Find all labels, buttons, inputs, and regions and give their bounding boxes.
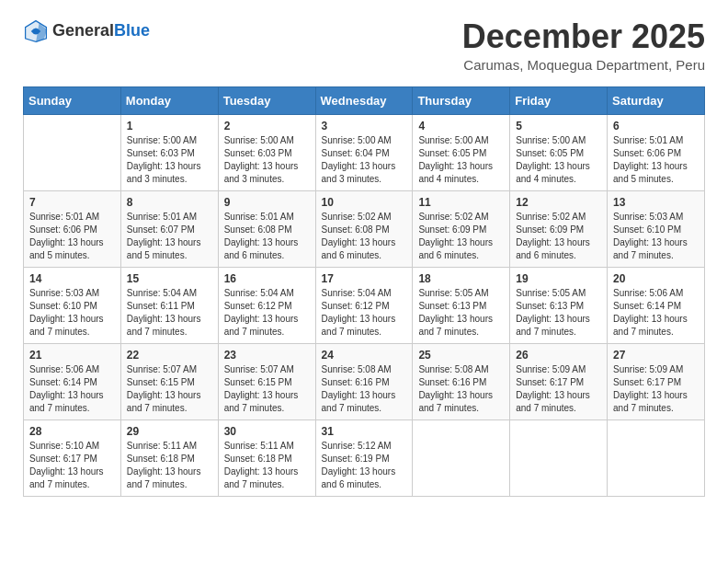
calendar-cell: 22Sunrise: 5:07 AM Sunset: 6:15 PM Dayli…	[120, 343, 218, 419]
calendar-cell	[510, 419, 608, 496]
calendar-cell: 29Sunrise: 5:11 AM Sunset: 6:18 PM Dayli…	[120, 419, 218, 496]
calendar-cell: 4Sunrise: 5:00 AM Sunset: 6:05 PM Daylig…	[413, 114, 510, 190]
day-info: Sunrise: 5:11 AM Sunset: 6:18 PM Dayligh…	[127, 440, 212, 491]
calendar-cell: 6Sunrise: 5:01 AM Sunset: 6:06 PM Daylig…	[608, 114, 705, 190]
day-number: 29	[127, 425, 212, 438]
calendar-cell: 8Sunrise: 5:01 AM Sunset: 6:07 PM Daylig…	[120, 190, 218, 267]
calendar-cell: 25Sunrise: 5:08 AM Sunset: 6:16 PM Dayli…	[413, 343, 510, 419]
calendar-cell: 27Sunrise: 5:09 AM Sunset: 6:17 PM Dayli…	[608, 343, 705, 419]
calendar-cell: 17Sunrise: 5:04 AM Sunset: 6:12 PM Dayli…	[315, 267, 413, 343]
day-number: 31	[322, 425, 407, 438]
day-info: Sunrise: 5:01 AM Sunset: 6:07 PM Dayligh…	[127, 211, 212, 262]
calendar-cell: 2Sunrise: 5:00 AM Sunset: 6:03 PM Daylig…	[218, 114, 315, 190]
calendar-cell: 11Sunrise: 5:02 AM Sunset: 6:09 PM Dayli…	[413, 190, 510, 267]
calendar-week-row: 14Sunrise: 5:03 AM Sunset: 6:10 PM Dayli…	[24, 267, 705, 343]
day-number: 16	[224, 272, 310, 285]
day-info: Sunrise: 5:05 AM Sunset: 6:13 PM Dayligh…	[418, 287, 504, 339]
calendar-cell: 23Sunrise: 5:07 AM Sunset: 6:15 PM Dayli…	[218, 343, 315, 419]
weekday-header: Wednesday	[315, 86, 413, 114]
day-info: Sunrise: 5:08 AM Sunset: 6:16 PM Dayligh…	[322, 363, 407, 415]
calendar-cell: 7Sunrise: 5:01 AM Sunset: 6:06 PM Daylig…	[24, 190, 121, 267]
generalblue-icon	[23, 18, 49, 44]
calendar-cell: 20Sunrise: 5:06 AM Sunset: 6:14 PM Dayli…	[608, 267, 705, 343]
day-info: Sunrise: 5:02 AM Sunset: 6:09 PM Dayligh…	[418, 211, 504, 262]
logo-blue-text: Blue	[114, 21, 150, 40]
day-info: Sunrise: 5:03 AM Sunset: 6:10 PM Dayligh…	[613, 211, 699, 262]
calendar-cell: 28Sunrise: 5:10 AM Sunset: 6:17 PM Dayli…	[24, 419, 121, 496]
day-info: Sunrise: 5:10 AM Sunset: 6:17 PM Dayligh…	[29, 440, 115, 491]
day-info: Sunrise: 5:00 AM Sunset: 6:03 PM Dayligh…	[127, 134, 212, 186]
day-number: 26	[516, 349, 601, 362]
calendar-cell: 18Sunrise: 5:05 AM Sunset: 6:13 PM Dayli…	[413, 267, 510, 343]
day-info: Sunrise: 5:03 AM Sunset: 6:10 PM Dayligh…	[29, 287, 115, 339]
day-number: 21	[29, 349, 115, 362]
calendar-cell: 31Sunrise: 5:12 AM Sunset: 6:19 PM Dayli…	[315, 419, 413, 496]
day-info: Sunrise: 5:07 AM Sunset: 6:15 PM Dayligh…	[224, 363, 310, 415]
calendar-week-row: 21Sunrise: 5:06 AM Sunset: 6:14 PM Dayli…	[24, 343, 705, 419]
weekday-header: Sunday	[24, 86, 121, 114]
day-number: 15	[127, 272, 212, 285]
day-info: Sunrise: 5:07 AM Sunset: 6:15 PM Dayligh…	[127, 363, 212, 415]
day-number: 8	[127, 196, 212, 209]
day-info: Sunrise: 5:04 AM Sunset: 6:12 PM Dayligh…	[224, 287, 310, 339]
day-number: 22	[127, 349, 212, 362]
calendar-cell: 15Sunrise: 5:04 AM Sunset: 6:11 PM Dayli…	[120, 267, 218, 343]
day-info: Sunrise: 5:01 AM Sunset: 6:08 PM Dayligh…	[224, 211, 310, 262]
calendar-cell: 16Sunrise: 5:04 AM Sunset: 6:12 PM Dayli…	[218, 267, 315, 343]
day-info: Sunrise: 5:11 AM Sunset: 6:18 PM Dayligh…	[224, 440, 310, 491]
weekday-header: Friday	[510, 86, 608, 114]
logo-general-text: General	[52, 21, 114, 40]
calendar-cell: 5Sunrise: 5:00 AM Sunset: 6:05 PM Daylig…	[510, 114, 608, 190]
day-info: Sunrise: 5:06 AM Sunset: 6:14 PM Dayligh…	[29, 363, 115, 415]
day-info: Sunrise: 5:00 AM Sunset: 6:05 PM Dayligh…	[418, 134, 504, 186]
day-info: Sunrise: 5:02 AM Sunset: 6:08 PM Dayligh…	[322, 211, 407, 262]
day-number: 12	[516, 196, 601, 209]
calendar-cell: 13Sunrise: 5:03 AM Sunset: 6:10 PM Dayli…	[608, 190, 705, 267]
day-info: Sunrise: 5:00 AM Sunset: 6:04 PM Dayligh…	[322, 134, 407, 186]
day-number: 1	[127, 120, 212, 132]
day-info: Sunrise: 5:02 AM Sunset: 6:09 PM Dayligh…	[516, 211, 601, 262]
day-info: Sunrise: 5:04 AM Sunset: 6:12 PM Dayligh…	[322, 287, 407, 339]
calendar-cell: 24Sunrise: 5:08 AM Sunset: 6:16 PM Dayli…	[315, 343, 413, 419]
day-number: 7	[29, 196, 115, 209]
day-info: Sunrise: 5:09 AM Sunset: 6:17 PM Dayligh…	[613, 363, 699, 415]
calendar-cell	[413, 419, 510, 496]
calendar-week-row: 1Sunrise: 5:00 AM Sunset: 6:03 PM Daylig…	[24, 114, 705, 190]
calendar-cell: 3Sunrise: 5:00 AM Sunset: 6:04 PM Daylig…	[315, 114, 413, 190]
weekday-header: Thursday	[413, 86, 510, 114]
day-number: 27	[613, 349, 699, 362]
day-number: 5	[516, 120, 601, 132]
day-number: 19	[516, 272, 601, 285]
day-number: 4	[418, 120, 504, 132]
calendar-cell: 14Sunrise: 5:03 AM Sunset: 6:10 PM Dayli…	[24, 267, 121, 343]
calendar-table: SundayMondayTuesdayWednesdayThursdayFrid…	[23, 86, 705, 497]
weekday-header: Saturday	[608, 86, 705, 114]
day-number: 25	[418, 349, 504, 362]
calendar-cell: 10Sunrise: 5:02 AM Sunset: 6:08 PM Dayli…	[315, 190, 413, 267]
day-info: Sunrise: 5:04 AM Sunset: 6:11 PM Dayligh…	[127, 287, 212, 339]
day-number: 10	[322, 196, 407, 209]
day-number: 13	[613, 196, 699, 209]
day-info: Sunrise: 5:01 AM Sunset: 6:06 PM Dayligh…	[613, 134, 699, 186]
day-number: 6	[613, 120, 699, 132]
calendar-cell: 21Sunrise: 5:06 AM Sunset: 6:14 PM Dayli…	[24, 343, 121, 419]
day-number: 9	[224, 196, 310, 209]
day-number: 11	[418, 196, 504, 209]
calendar-cell	[608, 419, 705, 496]
day-number: 2	[224, 120, 310, 132]
day-number: 23	[224, 349, 310, 362]
day-number: 28	[29, 425, 115, 438]
day-number: 24	[322, 349, 407, 362]
logo: GeneralBlue	[23, 18, 150, 44]
calendar-cell: 19Sunrise: 5:05 AM Sunset: 6:13 PM Dayli…	[510, 267, 608, 343]
day-number: 3	[322, 120, 407, 132]
location-title: Carumas, Moquegua Department, Peru	[462, 57, 705, 73]
day-info: Sunrise: 5:06 AM Sunset: 6:14 PM Dayligh…	[613, 287, 699, 339]
day-info: Sunrise: 5:09 AM Sunset: 6:17 PM Dayligh…	[516, 363, 601, 415]
day-info: Sunrise: 5:12 AM Sunset: 6:19 PM Dayligh…	[322, 440, 407, 491]
calendar-cell: 1Sunrise: 5:00 AM Sunset: 6:03 PM Daylig…	[120, 114, 218, 190]
month-title: December 2025	[462, 18, 705, 55]
weekday-header: Monday	[120, 86, 218, 114]
calendar-cell: 26Sunrise: 5:09 AM Sunset: 6:17 PM Dayli…	[510, 343, 608, 419]
page-header: GeneralBlue December 2025 Carumas, Moque…	[23, 18, 705, 73]
